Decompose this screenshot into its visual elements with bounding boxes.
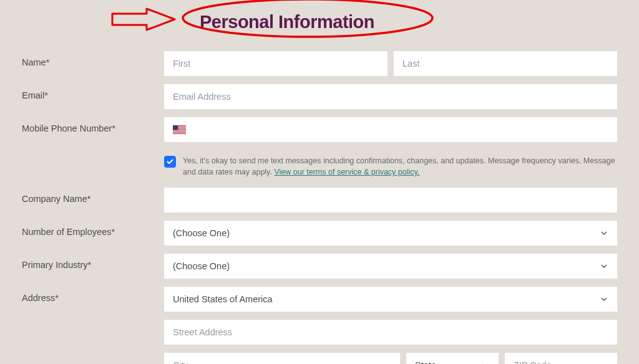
city-input[interactable] (164, 353, 400, 364)
svg-rect-9 (173, 125, 178, 130)
chevron-down-icon (600, 229, 608, 237)
sms-consent-checkbox[interactable] (164, 156, 176, 168)
employees-label: Number of Employees* (22, 221, 164, 237)
street-address-input[interactable] (164, 320, 617, 345)
zip-input[interactable] (505, 353, 617, 364)
us-flag-icon (173, 125, 186, 134)
chevron-down-icon (600, 295, 608, 304)
name-label: Name* (22, 51, 164, 67)
address-label: Address* (22, 287, 164, 303)
first-name-input[interactable] (164, 51, 388, 76)
company-label: Company Name* (22, 188, 164, 204)
industry-label: Primary Industry* (22, 254, 164, 270)
email-input[interactable] (164, 84, 617, 109)
company-name-input[interactable] (164, 188, 617, 213)
annotation-arrow-icon (109, 6, 178, 32)
page-title: Personal Information (200, 12, 374, 32)
state-select[interactable]: State (406, 353, 499, 364)
email-label: Email* (22, 84, 164, 100)
header-area: Personal Information (109, 0, 617, 39)
employees-select-value: (Choose One) (173, 228, 230, 238)
terms-privacy-link[interactable]: View our terms of service & privacy poli… (274, 168, 419, 176)
state-select-value: State (415, 360, 436, 364)
chevron-down-icon (481, 361, 490, 364)
last-name-input[interactable] (394, 51, 617, 76)
chevron-down-icon (600, 262, 608, 271)
country-select[interactable]: United States of America (164, 287, 617, 312)
employees-select[interactable]: (Choose One) (164, 221, 617, 246)
mobile-label: Mobile Phone Number* (22, 117, 164, 133)
industry-select[interactable]: (Choose One) (164, 254, 617, 279)
svg-rect-7 (173, 132, 186, 133)
country-select-value: United States of America (173, 294, 273, 304)
svg-rect-8 (173, 133, 186, 134)
check-icon (166, 158, 174, 166)
mobile-phone-input[interactable] (164, 117, 617, 142)
sms-consent-text: Yes, it's okay to send me text messages … (183, 155, 617, 178)
industry-select-value: (Choose One) (173, 261, 230, 271)
svg-rect-6 (173, 131, 186, 132)
